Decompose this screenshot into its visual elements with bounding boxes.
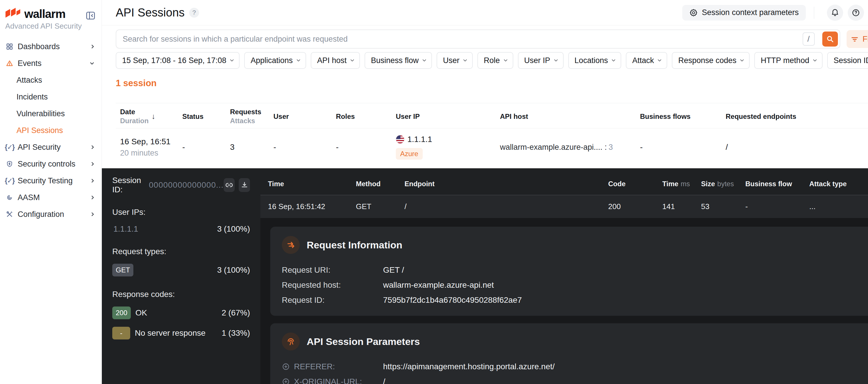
- cell-roles: -: [336, 142, 396, 152]
- wallarm-logo: wallarm Advanced API Security: [5, 7, 82, 31]
- response-code-row: 200 OK 2 (67%): [112, 307, 250, 319]
- app-root: wallarm Advanced API Security Dashboards: [0, 0, 868, 384]
- column-endpoint: Endpoint: [404, 180, 608, 188]
- chevron-right-icon: [90, 195, 94, 199]
- sidebar-item-incidents[interactable]: Incidents: [0, 89, 101, 105]
- method-badge: GET: [112, 264, 133, 277]
- chevron-right-icon: [90, 145, 94, 149]
- sidebar-item-events[interactable]: Events: [0, 55, 101, 72]
- logo-title: wallarm: [24, 7, 65, 21]
- api-session-parameters-title: API Session Parameters: [307, 336, 420, 347]
- session-context-parameters-button[interactable]: Session context parameters: [682, 5, 806, 21]
- session-row[interactable]: 16 Sep, 16:51 20 minutes - 3 - - 1.1.1.1…: [116, 128, 868, 168]
- cell-method: GET: [356, 202, 404, 211]
- sidebar-item-security-controls[interactable]: Security controls: [0, 156, 101, 172]
- request-types-label: Request types:: [112, 247, 250, 256]
- request-id-row: Request ID: 7595b7f2dc1b4a6780c4950288f6…: [282, 295, 868, 305]
- main-area: API Sessions ? Session context parameter…: [102, 0, 868, 384]
- filter-chip-user[interactable]: User: [437, 52, 473, 69]
- cell-size: 53: [701, 202, 745, 211]
- cell-api-host: wallarm-example.azure-api.... :3: [500, 143, 640, 152]
- tools-icon: [6, 211, 13, 218]
- azure-tag[interactable]: Azure: [396, 148, 423, 160]
- logo-subtitle: Advanced API Security: [5, 22, 82, 31]
- notifications-button[interactable]: [827, 5, 843, 21]
- column-user-ip: User IP: [396, 112, 500, 121]
- chevron-down-icon: [813, 58, 817, 62]
- column-size: Sizebytes: [701, 180, 745, 188]
- chevron-down-icon: [423, 58, 426, 62]
- wallarm-logo-icon: [5, 8, 22, 21]
- collapse-sidebar-icon[interactable]: [85, 10, 96, 22]
- filter-chip-locations[interactable]: Locations: [568, 52, 621, 69]
- search-button[interactable]: [822, 32, 838, 46]
- sidebar-item-api-security[interactable]: {✓} API Security: [0, 139, 101, 156]
- column-status: Status: [182, 112, 230, 121]
- chevron-right-icon: [90, 212, 94, 216]
- search-icon: [826, 35, 834, 43]
- copy-link-button[interactable]: [224, 178, 235, 192]
- filter-chip-date-range[interactable]: 15 Sep, 17:08 - 16 Sep, 17:08: [116, 52, 240, 69]
- filter-chip-http-method[interactable]: HTTP method: [754, 52, 823, 69]
- column-date-duration[interactable]: Date Duration ↓: [120, 107, 182, 125]
- filter-chip-attack[interactable]: Attack: [626, 52, 667, 69]
- chevron-right-icon: [90, 44, 94, 49]
- user-ip-row: 1.1.1.1 3 (100%): [112, 224, 250, 234]
- braces-check-icon: {✓}: [6, 177, 13, 185]
- search-box: /: [116, 30, 840, 49]
- user-ips-label: User IPs:: [112, 207, 250, 217]
- fingerprint-icon: [282, 332, 300, 350]
- chevron-down-icon: [658, 58, 661, 62]
- sidebar-item-configuration[interactable]: Configuration: [0, 206, 101, 223]
- download-button[interactable]: [239, 178, 250, 192]
- session-count: 1 session: [116, 78, 868, 89]
- filter-chip-user-ip[interactable]: User IP: [518, 52, 564, 69]
- filter-icon: [850, 35, 859, 43]
- session-id-value: 00000000000000...: [149, 181, 223, 190]
- requested-host-row: Requested host: wallarm-example.azure-ap…: [282, 281, 868, 290]
- braces-check-icon: {✓}: [6, 143, 13, 151]
- filter-chip-session-id[interactable]: Session ID: [827, 52, 868, 69]
- request-information-card: Request Information Request URI: GET / R…: [270, 227, 868, 316]
- referer-row: REFERER: https://apimanagement.hosting.p…: [282, 362, 868, 371]
- sidebar-item-api-sessions[interactable]: API Sessions: [0, 122, 101, 139]
- title-help-icon[interactable]: ?: [189, 8, 199, 18]
- filter-button[interactable]: Filter: [846, 30, 868, 48]
- chevron-down-icon: [90, 60, 94, 64]
- cell-business-flow: -: [745, 202, 809, 211]
- cell-code: 200: [608, 202, 662, 211]
- filter-chip-api-host[interactable]: API host: [311, 52, 360, 69]
- session-id-label: Session ID:: [112, 176, 144, 194]
- divider: [814, 7, 814, 19]
- sidebar-item-attacks[interactable]: Attacks: [0, 72, 101, 89]
- chevron-down-icon: [463, 58, 467, 62]
- cell-requests: 3: [230, 142, 273, 152]
- chevron-right-icon: [90, 162, 94, 166]
- sidebar-item-security-testing[interactable]: {✓} Security Testing: [0, 172, 101, 189]
- chevron-down-icon: [230, 58, 234, 62]
- request-row[interactable]: 16 Sep, 16:51:42 GET / 200 141 53 - ...: [260, 195, 868, 218]
- sidebar-item-dashboards[interactable]: Dashboards: [0, 38, 101, 55]
- sort-descending-icon: ↓: [152, 112, 155, 121]
- chevron-down-icon: [554, 58, 558, 62]
- x-original-url-row: X-ORIGINAL-URL: /: [282, 377, 868, 384]
- request-type-row: GET 3 (100%): [112, 264, 250, 277]
- column-code: Code: [608, 180, 662, 188]
- filter-chip-response-codes[interactable]: Response codes: [672, 52, 750, 69]
- help-button[interactable]: [848, 5, 864, 21]
- filter-chip-applications[interactable]: Applications: [244, 52, 306, 69]
- chevron-right-icon: [90, 179, 94, 183]
- sessions-table-header: Date Duration ↓ Status Requests Attacks …: [116, 103, 868, 128]
- search-input[interactable]: [116, 30, 840, 48]
- filter-chip-role[interactable]: Role: [477, 52, 513, 69]
- sidebar-item-aasm[interactable]: AASM: [0, 189, 101, 206]
- page-title: API Sessions: [116, 6, 185, 19]
- sidebar-item-vulnerabilities[interactable]: Vulnerabilities: [0, 105, 101, 122]
- link-icon: [225, 181, 233, 189]
- filter-chip-business-flow[interactable]: Business flow: [365, 52, 432, 69]
- plus-circle-icon: [282, 378, 290, 384]
- dashboards-icon: [6, 43, 13, 50]
- filter-chips-row: 15 Sep, 17:08 - 16 Sep, 17:08 Applicatio…: [116, 52, 868, 69]
- plus-circle-icon: [282, 362, 290, 371]
- request-uri-row: Request URI: GET /: [282, 265, 868, 275]
